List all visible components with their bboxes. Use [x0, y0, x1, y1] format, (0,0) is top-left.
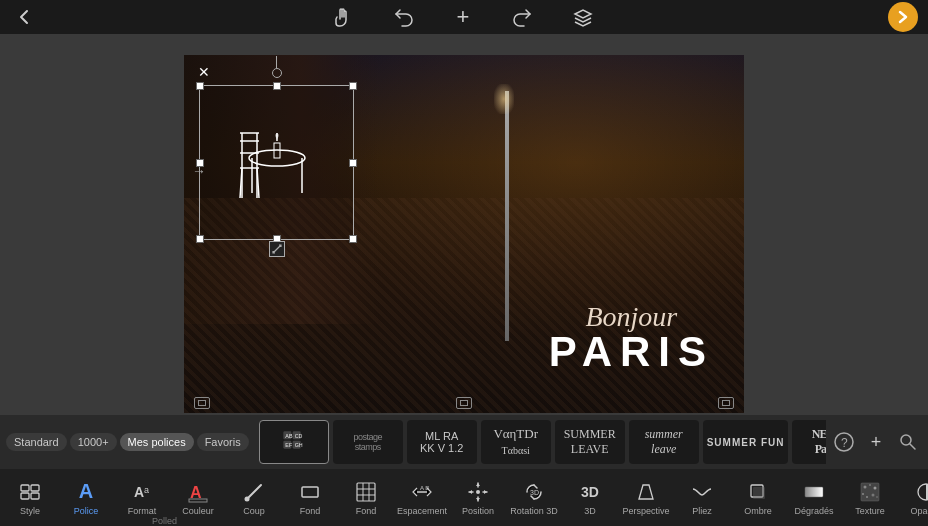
- svg-point-40: [862, 493, 864, 495]
- tool-style[interactable]: Style: [2, 471, 58, 525]
- tool-degrade[interactable]: Dégradés: [786, 471, 842, 525]
- bonjour-paris-overlay: Bonjour PARIS: [549, 303, 714, 373]
- fond2-label: Fond: [356, 506, 377, 516]
- tool-3d[interactable]: 3D 3D: [562, 471, 618, 525]
- position-icon: [466, 480, 490, 504]
- svg-text:A: A: [134, 484, 144, 500]
- tool-police[interactable]: A Police: [58, 471, 114, 525]
- fond2-icon: [354, 480, 378, 504]
- next-button[interactable]: [888, 2, 918, 32]
- resize-handle-tr[interactable]: [349, 82, 357, 90]
- font-items-list: AB CD EF GH postagestamps ML RAKK V 1.2 …: [259, 420, 826, 464]
- tool-fond[interactable]: Fond: [282, 471, 338, 525]
- rotation3d-label: Rotation 3D: [510, 506, 558, 516]
- hand-tool-button[interactable]: [329, 3, 357, 31]
- back-button[interactable]: [10, 3, 38, 31]
- svg-point-39: [874, 486, 877, 489]
- tab-favoris[interactable]: Favoris: [197, 433, 249, 451]
- rotation3d-icon: 3D: [522, 480, 546, 504]
- tool-position[interactable]: Position: [450, 471, 506, 525]
- tab-mes-polices[interactable]: Mes polices: [120, 433, 194, 451]
- tab-standard[interactable]: Standard: [6, 433, 67, 451]
- add-font-button[interactable]: +: [862, 428, 890, 456]
- font-item-ml-ra[interactable]: ML RAKK V 1.2: [407, 420, 477, 464]
- tool-texture[interactable]: Texture: [842, 471, 898, 525]
- pliez-label: Pliez: [692, 506, 712, 516]
- resize-handle-mr[interactable]: [349, 159, 357, 167]
- police-icon: A: [74, 480, 98, 504]
- main-canvas[interactable]: ✕: [184, 55, 744, 413]
- svg-text:A B: A B: [420, 485, 429, 491]
- font-item-vantdr[interactable]: VαηTDrTαbαsi: [481, 420, 551, 464]
- tool-espacement[interactable]: A B Espacement: [394, 471, 450, 525]
- espacement-icon: A B: [410, 480, 434, 504]
- svg-text:GH: GH: [294, 442, 302, 448]
- tab-1000plus[interactable]: 1000+: [70, 433, 117, 451]
- undo-button[interactable]: [389, 3, 417, 31]
- top-toolbar: +: [0, 0, 928, 34]
- tool-ombre[interactable]: Ombre: [730, 471, 786, 525]
- bottom-toolbar: Style A Police A a Format A Couleur: [0, 469, 928, 526]
- tool-opacite[interactable]: Opacité: [898, 471, 928, 525]
- font-strip-right: ? +: [830, 428, 922, 456]
- font-item-summer-fun[interactable]: SUMMER FUN: [703, 420, 789, 464]
- svg-text:A: A: [190, 484, 202, 501]
- svg-rect-15: [21, 485, 29, 491]
- help-button[interactable]: ?: [830, 428, 858, 456]
- font-item-summer-leave-1[interactable]: SUMMERLEAVE: [555, 420, 625, 464]
- texture-label: Texture: [855, 506, 885, 516]
- layers-button[interactable]: [569, 3, 597, 31]
- paris-text: PARIS: [549, 331, 714, 373]
- svg-text:3D: 3D: [530, 489, 539, 496]
- format-icon: A a: [130, 480, 154, 504]
- tool-pliez[interactable]: Pliez: [674, 471, 730, 525]
- search-font-button[interactable]: [894, 428, 922, 456]
- degrade-icon: [802, 480, 826, 504]
- opacite-icon: [914, 480, 928, 504]
- svg-rect-24: [302, 487, 318, 497]
- fond-label: Fond: [300, 506, 321, 516]
- tool-format[interactable]: A a Format: [114, 471, 170, 525]
- resize-handle-br[interactable]: [349, 235, 357, 243]
- svg-text:CD: CD: [294, 433, 302, 439]
- resize-handle-tm[interactable]: [273, 82, 281, 90]
- font-tab-group: Standard 1000+ Mes polices Favoris: [6, 433, 249, 451]
- svg-rect-35: [805, 487, 823, 497]
- svg-point-31: [476, 490, 480, 494]
- font-item-abc[interactable]: AB CD EF GH: [259, 420, 329, 464]
- 3d-icon: 3D: [578, 480, 602, 504]
- font-item-postage[interactable]: postagestamps: [333, 420, 403, 464]
- svg-text:EF: EF: [285, 442, 293, 448]
- font-item-summer-leave-2[interactable]: summerleave: [629, 420, 699, 464]
- style-label: Style: [20, 506, 40, 516]
- tool-rotation3d[interactable]: 3D Rotation 3D: [506, 471, 562, 525]
- svg-rect-25: [357, 483, 375, 501]
- resize-handle-tl[interactable]: [196, 82, 204, 90]
- tool-perspective[interactable]: Perspective: [618, 471, 674, 525]
- svg-text:?: ?: [841, 436, 848, 450]
- svg-rect-17: [21, 493, 29, 499]
- redo-button[interactable]: [509, 3, 537, 31]
- police-label: Police: [74, 506, 99, 516]
- bonjour-text: Bonjour: [549, 303, 714, 331]
- font-item-news-paper[interactable]: NEWSPaper: [792, 420, 826, 464]
- selection-box[interactable]: ✕: [199, 85, 354, 240]
- 3d-label: 3D: [584, 506, 596, 516]
- tool-couleur[interactable]: A Couleur: [170, 471, 226, 525]
- degrade-label: Dégradés: [794, 506, 833, 516]
- pliez-icon: [690, 480, 714, 504]
- opacite-label: Opacité: [910, 506, 928, 516]
- chair-table-sticker: [222, 113, 332, 213]
- tool-coup[interactable]: Coup: [226, 471, 282, 525]
- add-element-button[interactable]: +: [449, 3, 477, 31]
- resize-handle-bl[interactable]: [196, 235, 204, 243]
- close-selection-button[interactable]: ✕: [198, 64, 210, 80]
- format-label: Format: [128, 506, 157, 516]
- style-icon: [18, 480, 42, 504]
- svg-text:AB: AB: [285, 433, 293, 439]
- ombre-label: Ombre: [744, 506, 772, 516]
- svg-text:a: a: [144, 485, 149, 495]
- svg-rect-18: [31, 493, 39, 499]
- couleur-icon: A: [186, 480, 210, 504]
- tool-fond2[interactable]: Fond: [338, 471, 394, 525]
